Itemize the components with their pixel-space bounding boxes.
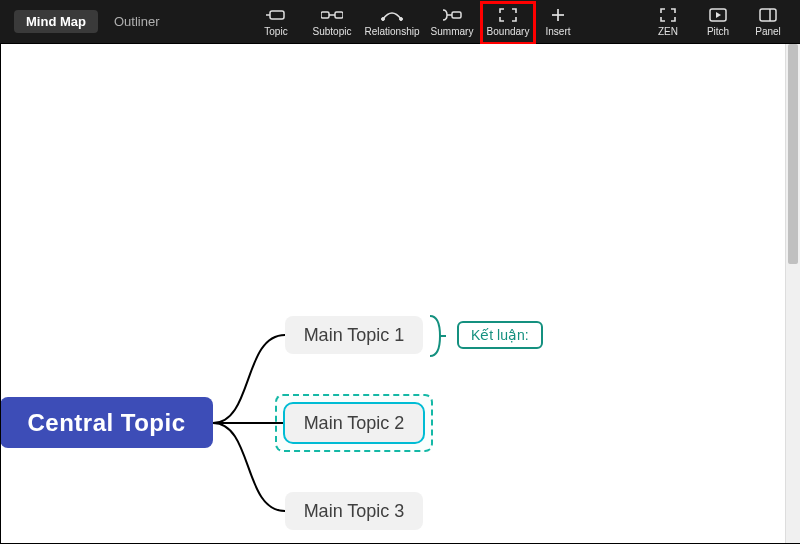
relationship-button[interactable]: Relationship — [362, 2, 422, 42]
svg-point-6 — [400, 18, 403, 21]
summary-bracket — [430, 314, 444, 358]
svg-rect-4 — [335, 12, 343, 18]
summary-label-node[interactable]: Kết luận: — [457, 321, 543, 349]
summary-button[interactable]: Summary — [426, 2, 478, 42]
frame-left — [0, 44, 1, 544]
svg-point-5 — [382, 18, 385, 21]
scroll-thumb[interactable] — [788, 44, 798, 264]
insert-button[interactable]: Insert — [538, 2, 578, 42]
main-topic-2-node[interactable]: Main Topic 2 — [285, 404, 423, 442]
tab-mindmap[interactable]: Mind Map — [14, 10, 98, 33]
central-topic-node[interactable]: Central Topic — [0, 397, 213, 448]
vertical-scrollbar[interactable] — [785, 44, 800, 544]
summary-label-btn: Summary — [431, 26, 474, 37]
summary-icon — [442, 6, 462, 24]
boundary-label: Boundary — [487, 26, 530, 37]
fullscreen-icon — [660, 6, 676, 24]
subtopic-icon — [321, 6, 343, 24]
relationship-label: Relationship — [364, 26, 419, 37]
boundary-button[interactable]: Boundary — [482, 2, 534, 42]
connector-lines — [213, 335, 285, 515]
svg-rect-8 — [452, 12, 461, 18]
panel-label: Panel — [755, 26, 781, 37]
pitch-button[interactable]: Pitch — [700, 2, 736, 42]
toolbar-right: ZEN Pitch Panel — [650, 2, 786, 42]
topic-button[interactable]: Topic — [250, 2, 302, 42]
panel-button[interactable]: Panel — [750, 2, 786, 42]
zen-button[interactable]: ZEN — [650, 2, 686, 42]
panel-icon — [759, 6, 777, 24]
play-icon — [709, 6, 727, 24]
svg-rect-0 — [270, 11, 284, 19]
subtopic-button[interactable]: Subtopic — [306, 2, 358, 42]
toolbar-center: Topic Subtopic Relationship Summary B — [250, 2, 578, 42]
canvas[interactable]: Central Topic Main Topic 1 Main Topic 2 … — [0, 44, 800, 544]
plus-icon — [550, 6, 566, 24]
tab-outliner[interactable]: Outliner — [102, 10, 172, 33]
toolbar: Mind Map Outliner Topic Subtopic Relatio… — [0, 0, 800, 44]
subtopic-label: Subtopic — [313, 26, 352, 37]
pitch-label: Pitch — [707, 26, 729, 37]
topic-label: Topic — [264, 26, 287, 37]
topic-icon — [266, 6, 286, 24]
relationship-icon — [381, 6, 403, 24]
view-toggle: Mind Map Outliner — [14, 10, 171, 33]
svg-rect-12 — [760, 9, 776, 21]
boundary-icon — [499, 6, 517, 24]
main-topic-3-node[interactable]: Main Topic 3 — [285, 492, 423, 530]
insert-label: Insert — [545, 26, 570, 37]
main-topic-1-node[interactable]: Main Topic 1 — [285, 316, 423, 354]
zen-label: ZEN — [658, 26, 678, 37]
svg-rect-2 — [321, 12, 329, 18]
